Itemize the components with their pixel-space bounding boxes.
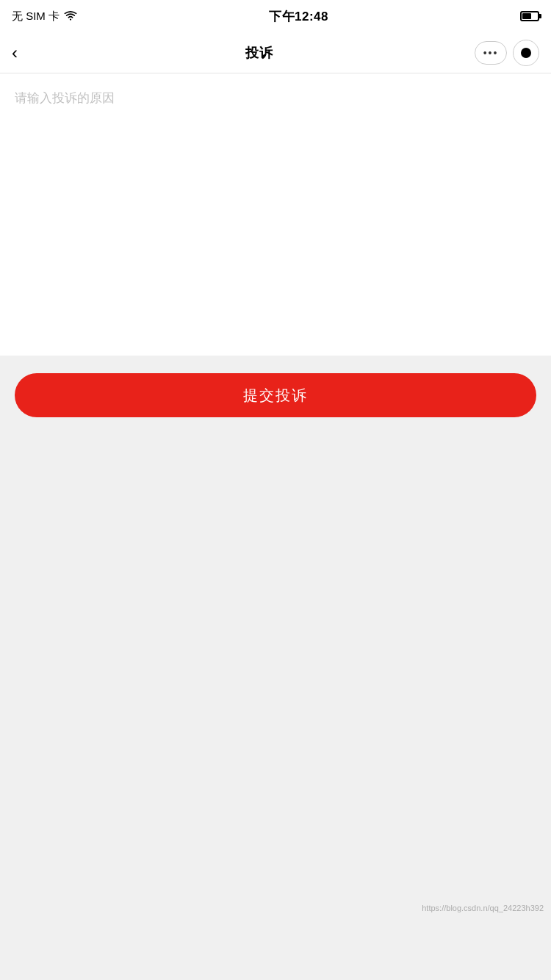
status-battery-area: [520, 11, 539, 21]
watermark-text: https://blog.csdn.n/qq_24223h392: [422, 904, 544, 912]
page-title: 投诉: [245, 44, 273, 62]
submit-button[interactable]: 提交投诉: [15, 373, 536, 417]
more-button[interactable]: •••: [475, 41, 507, 65]
record-button[interactable]: [513, 40, 539, 66]
more-dots-icon: •••: [483, 47, 499, 59]
battery-fill: [522, 13, 531, 19]
status-carrier: 无 SIM 卡: [12, 10, 77, 24]
bottom-area: 提交投诉: [0, 356, 551, 435]
input-area: [0, 73, 551, 356]
status-bar: 无 SIM 卡 下午12:48: [0, 0, 551, 32]
back-button[interactable]: ‹: [12, 37, 44, 69]
back-chevron-icon: ‹: [12, 43, 18, 63]
carrier-text: 无 SIM 卡: [12, 10, 60, 24]
complaint-input[interactable]: [15, 88, 536, 338]
footer-area: https://blog.csdn.n/qq_24223h392: [0, 435, 551, 920]
nav-actions: •••: [475, 40, 539, 66]
wifi-icon: [64, 11, 77, 21]
battery-icon: [520, 11, 539, 21]
status-time: 下午12:48: [269, 8, 328, 25]
nav-bar: ‹ 投诉 •••: [0, 32, 551, 73]
record-inner-icon: [521, 48, 531, 58]
